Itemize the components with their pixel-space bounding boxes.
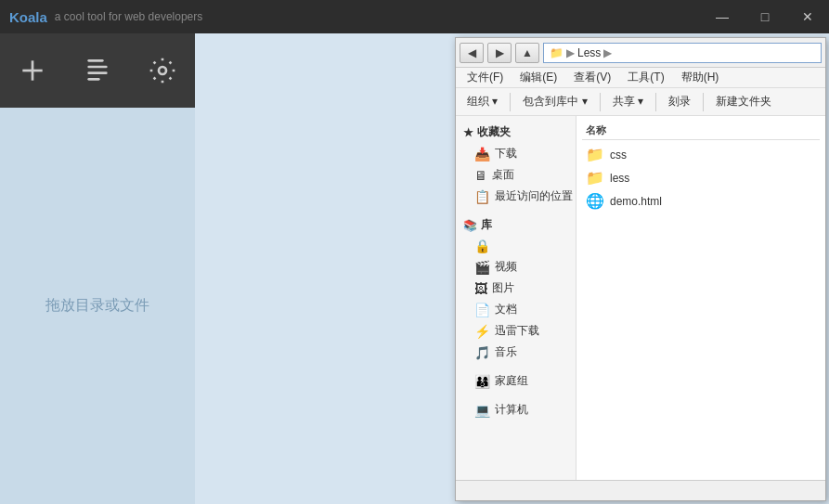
toolbar-button-strip: [0, 33, 195, 108]
address-bar: ◀ ▶ ▲ 📁 ▶ Less ▶: [456, 38, 825, 68]
settings-button[interactable]: [130, 33, 195, 108]
svg-rect-1: [22, 70, 42, 72]
xunlei-label: 迅雷下载: [495, 323, 539, 339]
homegroup-icon: 👨‍👩‍👦: [474, 374, 490, 389]
library-header: 📚 库: [456, 214, 576, 236]
include-library-label: 包含到库中 ▾: [523, 94, 587, 110]
new-folder-button[interactable]: 新建文件夹: [708, 92, 779, 111]
burn-label: 刻录: [668, 94, 691, 110]
music-icon: 🎵: [474, 345, 490, 360]
file-explorer-window: ◀ ▶ ▲ 📁 ▶ Less ▶ 文件(F) 编辑(E) 查看(V) 工具(T)…: [455, 37, 826, 501]
address-path[interactable]: 📁 ▶ Less ▶: [543, 43, 822, 63]
favorites-label: 收藏夹: [477, 124, 511, 140]
pictures-icon: 🖼: [474, 281, 487, 296]
toolbar-divider1: [510, 93, 511, 111]
sidebar-separator2: [456, 363, 576, 370]
menu-tools[interactable]: 工具(T): [620, 68, 671, 87]
svg-rect-2: [87, 59, 103, 62]
file-name-demo-html: demo.html: [610, 195, 662, 208]
svg-rect-3: [87, 66, 107, 69]
file-icon: [83, 56, 112, 85]
sidebar-item-computer[interactable]: 💻 计算机: [456, 399, 576, 420]
video-label: 视频: [495, 259, 517, 275]
path-separator: ▶: [566, 46, 575, 59]
documents-label: 文档: [495, 302, 517, 317]
desktop-label: 桌面: [492, 167, 514, 183]
close-button[interactable]: ✕: [786, 0, 829, 33]
music-label: 音乐: [495, 344, 517, 360]
settings-icon: [148, 56, 177, 85]
app-name: Koala: [9, 9, 47, 25]
sidebar-item-download[interactable]: 📥 下载: [456, 143, 576, 164]
back-icon: ◀: [468, 46, 476, 59]
explorer-body: ★ 收藏夹 📥 下载 🖥 桌面 📋 最近访问的位置 📚 库 🔒: [456, 116, 825, 480]
computer-icon: 💻: [474, 403, 490, 418]
file-name-less: less: [610, 172, 629, 185]
up-icon: ▲: [522, 46, 533, 59]
sidebar-separator1: [456, 207, 576, 214]
file-item-demo-html[interactable]: 🌐 demo.html: [582, 189, 820, 213]
xunlei-icon: ⚡: [474, 324, 490, 339]
sidebar-separator3: [456, 392, 576, 399]
menu-bar: 文件(F) 编辑(E) 查看(V) 工具(T) 帮助(H): [456, 68, 825, 88]
include-library-button[interactable]: 包含到库中 ▾: [515, 92, 594, 111]
organize-label: 组织 ▾: [467, 94, 498, 110]
sidebar-item-documents[interactable]: 📄 文档: [456, 299, 576, 320]
recent-label: 最近访问的位置: [495, 188, 573, 204]
menu-file[interactable]: 文件(F): [460, 68, 511, 87]
file-list: 名称 📁 css 📁 less 🌐 demo.html: [576, 116, 825, 480]
computer-label: 计算机: [495, 402, 528, 418]
sidebar-item-homegroup[interactable]: 👨‍👩‍👦 家庭组: [456, 370, 576, 392]
share-label: 共享 ▾: [613, 94, 643, 110]
sidebar-item-recent[interactable]: 📋 最近访问的位置: [456, 186, 576, 207]
plus-icon: [18, 56, 47, 85]
explorer-statusbar: [456, 480, 825, 500]
recent-icon: 📋: [474, 189, 490, 204]
toolbar: 拖放目录或文件: [0, 33, 195, 504]
pictures-label: 图片: [492, 280, 514, 296]
sidebar-item-library-lock[interactable]: 🔒: [456, 236, 576, 256]
download-icon: 📥: [474, 147, 490, 162]
burn-button[interactable]: 刻录: [661, 92, 698, 111]
back-button[interactable]: ◀: [460, 43, 484, 63]
file-name-css: css: [610, 149, 627, 162]
html-file-icon: 🌐: [586, 192, 604, 210]
favorites-header: ★ 收藏夹: [456, 122, 576, 143]
desktop-icon: 🖥: [474, 168, 487, 183]
forward-icon: ▶: [496, 46, 504, 59]
sidebar-item-video[interactable]: 🎬 视频: [456, 256, 576, 278]
drop-area: 拖放目录或文件: [0, 108, 195, 504]
sidebar-item-pictures[interactable]: 🖼 图片: [456, 278, 576, 299]
drop-text: 拖放目录或文件: [45, 296, 149, 316]
sidebar-item-xunlei[interactable]: ⚡ 迅雷下载: [456, 320, 576, 342]
maximize-button[interactable]: □: [744, 0, 786, 33]
sidebar-item-desktop[interactable]: 🖥 桌面: [456, 164, 576, 186]
path-separator2: ▶: [603, 46, 612, 59]
library-header-icon: 📚: [463, 219, 477, 232]
organize-button[interactable]: 组织 ▾: [460, 92, 505, 111]
menu-edit[interactable]: 编辑(E): [512, 68, 564, 87]
forward-button[interactable]: ▶: [487, 43, 512, 63]
menu-view[interactable]: 查看(V): [566, 68, 618, 87]
documents-icon: 📄: [474, 303, 490, 317]
menu-help[interactable]: 帮助(H): [674, 68, 727, 87]
svg-rect-4: [87, 71, 107, 74]
add-project-button[interactable]: [0, 33, 65, 108]
minimize-button[interactable]: —: [701, 0, 744, 33]
toolbar-divider2: [600, 93, 601, 111]
explorer-sidebar: ★ 收藏夹 📥 下载 🖥 桌面 📋 最近访问的位置 📚 库 🔒: [456, 116, 576, 480]
sidebar-item-music[interactable]: 🎵 音乐: [456, 342, 576, 363]
download-label: 下载: [495, 146, 517, 162]
folder-less-icon: 📁: [586, 169, 604, 187]
favorites-icon: ★: [463, 126, 473, 139]
new-folder-label: 新建文件夹: [716, 94, 771, 110]
share-button[interactable]: 共享 ▾: [605, 92, 651, 111]
up-button[interactable]: ▲: [515, 43, 539, 63]
files-button[interactable]: [65, 33, 130, 108]
file-item-less[interactable]: 📁 less: [582, 166, 820, 189]
file-item-css[interactable]: 📁 css: [582, 143, 820, 166]
path-folder: Less: [577, 46, 601, 59]
video-icon: 🎬: [474, 260, 490, 275]
app-subtitle: a cool tool for web developers: [55, 10, 202, 23]
library-header-label: 库: [481, 217, 492, 233]
